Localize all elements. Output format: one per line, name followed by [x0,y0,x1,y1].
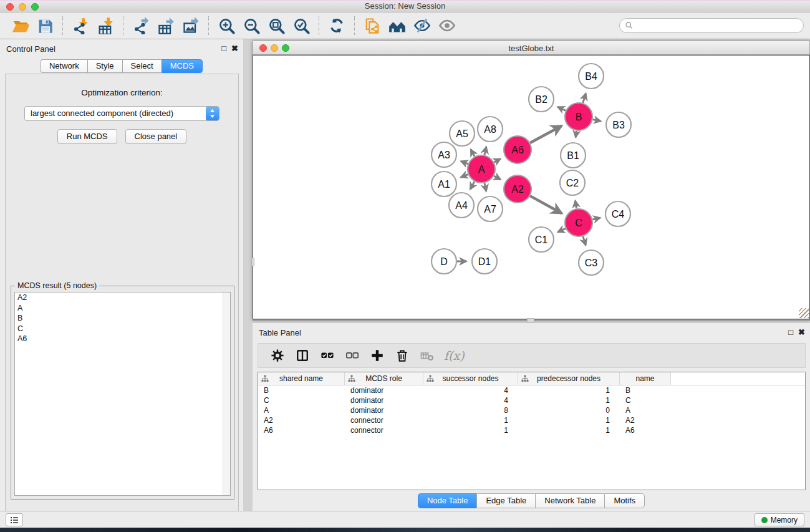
graph-node-B[interactable]: B [565,103,592,130]
graph-node-B2[interactable]: B2 [529,87,554,112]
horizontal-splitter-knob[interactable] [527,318,534,322]
resize-grip-icon[interactable] [799,308,809,318]
export-image-button[interactable] [178,15,203,36]
zoom-fit-button[interactable] [264,15,289,36]
close-table-panel-icon[interactable]: ✖ [798,327,805,337]
mcds-result-item[interactable]: C [15,324,230,334]
edge-A-A3[interactable] [461,161,468,163]
run-mcds-button[interactable]: Run MCDS [57,129,117,144]
graph-node-A6[interactable]: A6 [504,136,531,163]
splitter-knob[interactable] [251,258,254,266]
tab-style[interactable]: Style [87,59,122,73]
open-folder-button[interactable] [7,15,32,36]
graph-node-A8[interactable]: A8 [478,117,503,142]
tab-mcds[interactable]: MCDS [162,59,203,73]
graph-node-A5[interactable]: A5 [450,121,475,146]
graph-node-B1[interactable]: B1 [561,143,586,168]
edge-B-B2[interactable] [557,107,566,110]
search-input[interactable] [634,19,803,32]
edge-B-B1[interactable] [576,131,577,138]
mcds-result-item[interactable]: A6 [15,334,230,344]
table-row[interactable]: Adominator80A [258,405,805,415]
gear-button[interactable] [267,346,288,365]
edge-C-C4[interactable] [592,218,600,220]
save-button[interactable] [32,15,57,36]
column-header-successor-nodes[interactable]: successor nodes [423,372,518,385]
search-box[interactable] [619,18,804,33]
graph-node-A7[interactable]: A7 [478,196,503,221]
export-table-button[interactable] [153,15,178,36]
mcds-result-list[interactable]: A2ABCA6 [14,292,231,496]
edge-C-C1[interactable] [557,228,566,232]
list-scrollbar[interactable] [223,293,230,495]
show-panel-list-button[interactable] [6,513,23,526]
tab-edge-table[interactable]: Edge Table [476,493,535,508]
zoom-in-button[interactable] [214,15,239,36]
graph-node-D1[interactable]: D1 [472,249,497,274]
graph-node-A2[interactable]: A2 [504,175,531,203]
graph-node-A4[interactable]: A4 [449,193,474,218]
tab-motifs[interactable]: Motifs [604,493,645,508]
tab-network-table[interactable]: Network Table [535,493,604,508]
edge-B-B4[interactable] [583,94,586,103]
memory-button[interactable]: Memory [755,513,804,526]
graph-node-C2[interactable]: C2 [560,170,585,195]
edge-C-C3[interactable] [583,236,586,245]
graph-node-A[interactable]: A [468,155,495,183]
refresh-button[interactable] [324,15,349,36]
graph-node-C4[interactable]: C4 [605,201,630,226]
float-panel-icon[interactable]: □ [221,44,226,53]
plus-button[interactable] [367,346,388,365]
edge-C-C2[interactable] [575,201,576,209]
graph-node-C[interactable]: C [565,209,592,236]
network-window-titlebar[interactable]: testGlobe.txt [253,41,810,55]
edge-A6-B[interactable] [530,126,562,143]
edge-A-A6[interactable] [494,159,500,163]
graph-node-C1[interactable]: C1 [529,227,554,252]
uncheck-pair-button[interactable] [342,346,363,365]
function-builder-button[interactable]: f(x) [441,349,465,362]
graph-node-A3[interactable]: A3 [432,142,456,167]
edge-A-A4[interactable] [470,181,475,189]
mcds-result-item[interactable]: A [15,303,230,314]
graph-node-A1[interactable]: A1 [432,172,456,196]
tab-select[interactable]: Select [122,59,162,73]
edge-A-A1[interactable] [461,175,468,178]
graph-node-C3[interactable]: C3 [579,250,604,275]
tab-node-table[interactable]: Node Table [418,493,477,508]
tab-network[interactable]: Network [41,59,87,73]
graph-node-D[interactable]: D [432,249,456,274]
eye-slash-button[interactable] [410,15,435,36]
edge-A-A7[interactable] [485,183,486,191]
zoom-selected-button[interactable] [289,15,314,36]
export-network-button[interactable] [128,15,153,36]
edge-A-A2[interactable] [494,176,501,180]
graph-node-B4[interactable]: B4 [579,64,604,89]
edge-A-A5[interactable] [471,149,475,156]
trash-button[interactable] [392,346,413,365]
import-network-button[interactable] [68,15,93,36]
table-row[interactable]: Cdominator41C [258,395,805,405]
mcds-result-item[interactable]: A2 [15,293,230,303]
table-row[interactable]: Bdominator41B [258,385,805,395]
close-panel-button[interactable]: Close panel [125,129,187,144]
zoom-out-button[interactable] [239,15,264,36]
edge-A2-C[interactable] [530,196,562,213]
table-row[interactable]: A2connector11A2 [258,415,805,425]
table-delete-button[interactable] [417,346,438,365]
graph-node-B3[interactable]: B3 [606,112,631,137]
column-header-MCDS-role[interactable]: MCDS role [345,372,423,385]
network-canvas[interactable]: B4B2BB3A8A5A6A3B1AC2A1A2A4A7C4CC1DD1C3 [253,55,810,319]
column-header-shared-name[interactable]: shared name [258,372,345,385]
close-panel-icon[interactable]: ✖ [231,44,238,53]
column-header-predecessor-nodes[interactable]: predecessor nodes [518,372,620,385]
import-table-button[interactable] [93,15,118,36]
column-header-name[interactable]: name [620,372,671,385]
columns-button[interactable] [292,346,313,365]
criterion-select[interactable]: largest connected component (directed) [24,106,219,121]
float-table-panel-icon[interactable]: □ [788,327,793,337]
eye-button[interactable] [435,15,460,36]
home-button[interactable] [385,15,410,36]
table-row[interactable]: A6connector11A6 [258,425,805,435]
check-pair-button[interactable] [317,346,338,365]
